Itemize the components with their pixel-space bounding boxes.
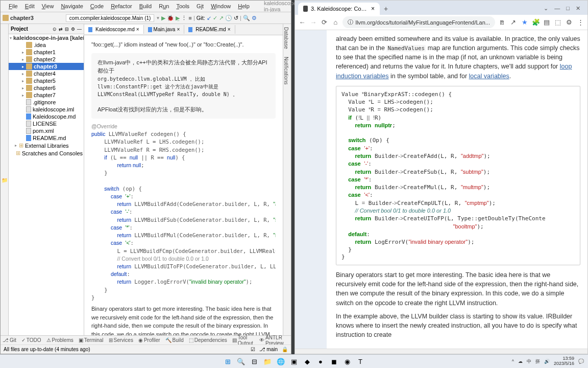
url-bar[interactable]: ⓘ llvm.org/docs/tutorial/MyFirstLanguage… bbox=[342, 16, 495, 28]
chrome-content[interactable]: already been emitted somewhere and its v… bbox=[295, 30, 587, 349]
tree-node-chapter1[interactable]: ▸chapter1 bbox=[9, 49, 84, 56]
hide-icon[interactable]: — bbox=[77, 27, 82, 32]
tree-node-chapter2[interactable]: ▸chapter2 bbox=[9, 56, 84, 63]
tray-lang[interactable]: 中 bbox=[527, 358, 531, 365]
stop-icon[interactable]: ■ bbox=[188, 15, 192, 21]
menu-edit[interactable]: Edit bbox=[22, 2, 38, 10]
reload-icon[interactable]: ⟳ bbox=[321, 18, 329, 26]
home-icon[interactable]: ⌂ bbox=[332, 18, 340, 26]
new-tab-button[interactable]: + bbox=[380, 3, 392, 15]
tab-close-icon[interactable]: × bbox=[228, 27, 231, 32]
tray-onedrive-icon[interactable]: ☁ bbox=[518, 359, 523, 364]
maximize-icon[interactable]: □ bbox=[566, 5, 570, 12]
bt-terminal[interactable]: ▣ Terminal bbox=[79, 337, 104, 343]
ext2-icon[interactable]: ▤ bbox=[543, 18, 551, 26]
ext4-icon[interactable]: ⚙ bbox=[565, 18, 573, 26]
git-update-icon[interactable]: ↙ bbox=[207, 15, 211, 21]
tree-node-chapter4[interactable]: ▸chapter4 bbox=[9, 70, 84, 77]
run-more-icon[interactable]: ▶̤ bbox=[176, 15, 180, 21]
expand-icon[interactable]: ⇄ bbox=[59, 27, 63, 32]
git-commit-icon[interactable]: ✓ bbox=[213, 15, 217, 21]
bt-build[interactable]: 🔨 Build bbox=[165, 337, 184, 343]
tray-chevron-icon[interactable]: ^ bbox=[512, 359, 514, 364]
menu-code[interactable]: Code bbox=[87, 2, 107, 10]
ext-icon[interactable]: 🧩 bbox=[532, 18, 540, 26]
explorer-icon[interactable]: 📁 bbox=[262, 356, 273, 367]
tree-node-pom.xml[interactable]: pom.xml bbox=[9, 127, 84, 134]
bookmark-icon[interactable]: ★ bbox=[521, 18, 529, 26]
tree-scratch[interactable]: ⊞ Scratches and Consoles bbox=[9, 149, 84, 157]
tree-node-chapter7[interactable]: ▸chapter7 bbox=[9, 91, 84, 99]
settings-icon[interactable]: ⚙ bbox=[252, 15, 257, 21]
tree-node-.idea[interactable]: .idea bbox=[9, 41, 84, 49]
tree-node-LICENSE[interactable]: LICENSE bbox=[9, 120, 84, 127]
tree-node-kaleidoscope.iml[interactable]: kaleidoscope.iml bbox=[9, 106, 84, 113]
dots-icon[interactable]: ⋮ bbox=[181, 15, 187, 21]
menu-git[interactable]: Git bbox=[193, 2, 207, 10]
git-branch[interactable]: ⎇ main bbox=[259, 347, 278, 352]
menu-navigate[interactable]: Navigate bbox=[58, 2, 86, 10]
bt-profiler[interactable]: ◉ Profiler bbox=[138, 337, 160, 343]
gear-icon[interactable]: ⚙ bbox=[71, 27, 75, 32]
menu-icon[interactable]: ⋮ bbox=[576, 18, 584, 26]
tray-ime[interactable]: 拼 bbox=[535, 358, 540, 365]
app2-icon[interactable]: ● bbox=[315, 356, 326, 367]
git-rollback-icon[interactable]: ↺ bbox=[234, 15, 238, 21]
chevron-down-icon[interactable]: ⌄ bbox=[544, 5, 548, 12]
run-icon[interactable]: ▶ bbox=[161, 15, 165, 21]
notifications-icon[interactable]: 💬 bbox=[578, 359, 584, 364]
menu-tools[interactable]: Tools bbox=[173, 2, 192, 10]
bt-deps[interactable]: ⬚ Dependencies bbox=[189, 337, 227, 343]
run-config-select[interactable]: com.compiler.kaleidoscope.Main (1) bbox=[66, 14, 155, 22]
tree-node-Kaleidoscope.md[interactable]: Kaleidoscope.md bbox=[9, 113, 84, 120]
editor-content[interactable]: "foo::get(...)" idiom instead of "new fo… bbox=[84, 35, 283, 335]
tree-node-.gitignore[interactable]: .gitignore bbox=[9, 99, 84, 106]
search-icon[interactable]: 🔍 bbox=[243, 15, 250, 21]
terminal-icon[interactable]: ▣ bbox=[288, 356, 300, 367]
taskview-icon[interactable]: ⊟ bbox=[249, 356, 260, 367]
inspections-icon[interactable]: ☑ bbox=[251, 347, 255, 352]
menu-build[interactable]: Build bbox=[136, 2, 155, 10]
tab-close-icon[interactable]: × bbox=[371, 5, 375, 12]
translate-icon[interactable]: 🖹 bbox=[498, 19, 506, 26]
scrollbar-horizontal[interactable] bbox=[295, 349, 587, 354]
tab-kaleidoscope-md[interactable]: Kaleidoscope.md× bbox=[84, 25, 144, 34]
tree-extlib[interactable]: ▸⊞ External Libraries bbox=[9, 142, 84, 149]
bt-problems[interactable]: ⚠ Problems bbox=[46, 337, 74, 343]
tree-node-chapter3[interactable]: ▸chapter3 bbox=[9, 63, 84, 70]
menu-help[interactable]: Help bbox=[235, 2, 253, 10]
app1-icon[interactable]: ◆ bbox=[302, 356, 313, 367]
menu-file[interactable]: File bbox=[6, 2, 21, 10]
search-icon[interactable]: 🔍 bbox=[235, 356, 247, 367]
share-icon[interactable]: ↗ bbox=[509, 18, 518, 26]
info-icon[interactable]: ⓘ bbox=[348, 18, 353, 26]
bt-todo[interactable]: ✓ TODO bbox=[21, 337, 41, 343]
close-icon[interactable]: ✕ bbox=[576, 5, 580, 12]
debug-icon[interactable]: 🐞 bbox=[167, 15, 174, 21]
tree-root[interactable]: ▾ kaleidoscope-in-java [kaleidos bbox=[9, 34, 84, 41]
tab-close-icon[interactable]: × bbox=[177, 27, 180, 32]
breadcrumb[interactable]: chapter3 bbox=[10, 15, 34, 21]
chrome-icon[interactable]: 🌐 bbox=[275, 356, 286, 367]
app3-icon[interactable]: ◉ bbox=[341, 356, 353, 367]
tab-project[interactable]: 📁 bbox=[1, 24, 8, 335]
bt-services[interactable]: ⊞ Services bbox=[109, 337, 133, 343]
tab-close-icon[interactable]: × bbox=[136, 27, 139, 32]
ext3-icon[interactable]: ⬚ bbox=[554, 18, 562, 26]
chrome-tab[interactable]: 3. Kaleidoscope: Code genera × bbox=[298, 3, 380, 15]
tree-node-chapter5[interactable]: ▸chapter5 bbox=[9, 77, 84, 84]
tree-node-README.md[interactable]: README.md bbox=[9, 134, 84, 142]
tab-database[interactable]: Database bbox=[282, 24, 290, 52]
menu-run[interactable]: Run bbox=[156, 2, 172, 10]
intellij-icon[interactable]: ◼ bbox=[328, 356, 339, 367]
tab-main-java[interactable]: Main.java× bbox=[144, 25, 185, 34]
git-push-icon[interactable]: ↗ bbox=[219, 15, 224, 21]
app4-icon[interactable]: T bbox=[355, 356, 366, 367]
link-local-vars[interactable]: local variables bbox=[469, 73, 509, 80]
forward-icon[interactable]: → bbox=[309, 18, 317, 26]
select-open-icon[interactable]: ⊙ bbox=[53, 27, 57, 32]
dropdown-icon[interactable]: ▼ bbox=[156, 16, 160, 20]
minimize-icon[interactable]: — bbox=[554, 5, 560, 12]
bt-git[interactable]: ⎇ Git bbox=[3, 337, 16, 343]
tree-node-chapter6[interactable]: ▸chapter6 bbox=[9, 84, 84, 91]
